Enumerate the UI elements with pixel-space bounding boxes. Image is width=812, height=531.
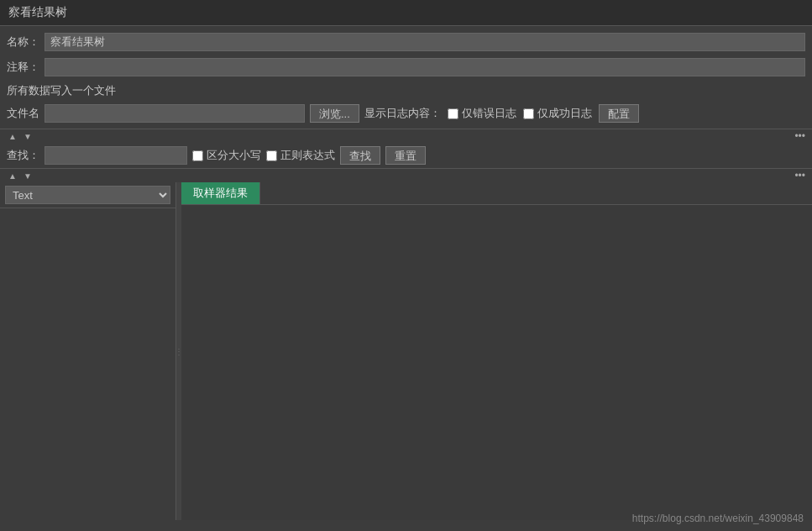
divider-row-1: ▲ ▼ ••• xyxy=(0,129,812,143)
collapse-down-btn-1[interactable]: ▼ xyxy=(22,132,34,141)
collapse-up-btn-1[interactable]: ▲ xyxy=(7,132,18,141)
case-sensitive-checkbox[interactable] xyxy=(192,150,203,161)
comment-input[interactable] xyxy=(45,58,805,76)
options-dots-2[interactable]: ••• xyxy=(794,170,805,181)
main-content: Text ⋮ 取样器结果 xyxy=(0,182,812,520)
comment-label: 注释： xyxy=(7,60,39,75)
collapse-down-btn-2[interactable]: ▼ xyxy=(22,171,34,181)
regex-checkbox[interactable] xyxy=(266,150,277,161)
left-panel-body xyxy=(0,208,175,520)
name-row: 名称： xyxy=(0,29,812,55)
regex-label: 正则表达式 xyxy=(280,148,335,163)
reset-button[interactable]: 重置 xyxy=(385,146,426,165)
tab-sampler-result[interactable]: 取样器结果 xyxy=(181,182,260,204)
title-bar: 察看结果树 xyxy=(0,0,812,26)
section-label: 所有数据写入一个文件 xyxy=(0,80,812,102)
search-input[interactable] xyxy=(45,146,187,165)
file-input[interactable] xyxy=(45,104,305,123)
error-log-checkbox[interactable] xyxy=(448,108,458,119)
error-log-label: 仅错误日志 xyxy=(462,106,516,121)
right-panel-content xyxy=(181,205,812,520)
options-dots-1[interactable]: ••• xyxy=(794,130,805,142)
comment-row: 注释： xyxy=(0,55,812,80)
success-log-label: 仅成功日志 xyxy=(537,106,592,121)
name-label: 名称： xyxy=(7,34,39,50)
success-log-checkbox[interactable] xyxy=(523,108,534,119)
config-button[interactable]: 配置 xyxy=(599,104,639,123)
browse-button[interactable]: 浏览... xyxy=(310,104,359,123)
search-row: 查找： 区分大小写 正则表达式 查找 重置 xyxy=(0,143,812,168)
left-panel: Text xyxy=(0,182,176,520)
collapse-up-btn-2[interactable]: ▲ xyxy=(7,171,18,181)
left-panel-header: Text xyxy=(0,182,175,208)
file-label: 文件名 xyxy=(7,106,39,121)
name-input[interactable] xyxy=(45,33,805,51)
file-row: 文件名 浏览... 显示日志内容： 仅错误日志 仅成功日志 配置 xyxy=(0,102,812,125)
find-button[interactable]: 查找 xyxy=(340,146,380,165)
right-panel: 取样器结果 xyxy=(181,182,812,520)
success-log-group: 仅成功日志 xyxy=(523,106,592,121)
regex-group: 正则表达式 xyxy=(266,148,335,163)
type-dropdown[interactable]: Text xyxy=(5,186,170,204)
error-log-group: 仅错误日志 xyxy=(448,106,516,121)
display-log-label: 显示日志内容： xyxy=(364,106,441,121)
watermark: https://blog.csdn.net/weixin_43909848 xyxy=(632,513,804,524)
case-sensitive-group: 区分大小写 xyxy=(192,148,261,163)
divider-row-2: ▲ ▼ ••• xyxy=(0,168,812,182)
display-log-section: 显示日志内容： 仅错误日志 仅成功日志 配置 xyxy=(364,104,639,123)
case-sensitive-label: 区分大小写 xyxy=(207,148,261,163)
search-label: 查找： xyxy=(7,148,39,163)
window-title: 察看结果树 xyxy=(8,5,67,18)
form-section: 名称： 注释： 所有数据写入一个文件 文件名 浏览... 显示日志内容： 仅错误… xyxy=(0,26,812,129)
tab-bar: 取样器结果 xyxy=(181,182,812,205)
